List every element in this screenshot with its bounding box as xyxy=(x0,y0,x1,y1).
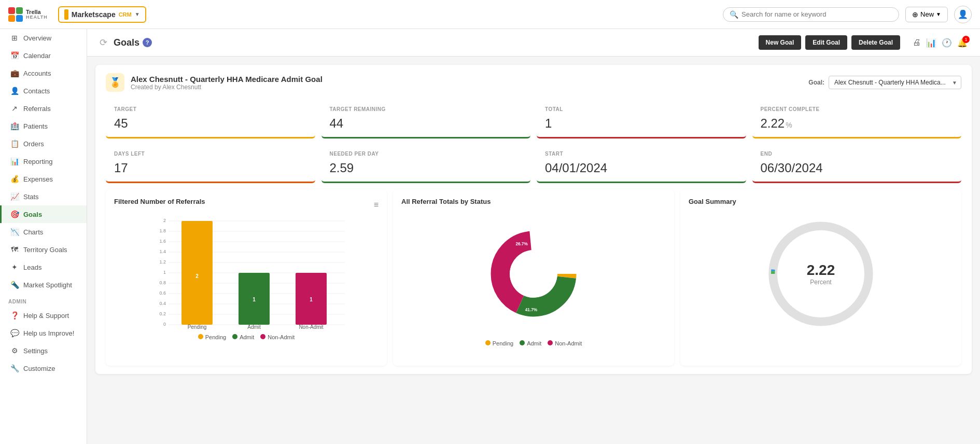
sidebar-item-charts[interactable]: 📉Charts xyxy=(0,223,87,241)
sidebar-label-calendar: Calendar xyxy=(23,52,51,60)
svg-rect-22 xyxy=(181,221,213,325)
sidebar-item-accounts[interactable]: 💼Accounts xyxy=(0,64,87,82)
svg-text:Admit: Admit xyxy=(247,324,261,330)
chart-menu-icon[interactable]: ≡ xyxy=(374,200,379,210)
stat-card-needed-per-day: NEEDED PER DAY 2.59 xyxy=(321,145,531,183)
sidebar-item-reporting[interactable]: 📊Reporting xyxy=(0,152,87,170)
new-chevron: ▼ xyxy=(936,11,941,17)
sidebar-item-settings[interactable]: ⚙Settings xyxy=(0,342,87,359)
svg-text:1.8: 1.8 xyxy=(159,228,166,233)
stat-label-0: TARGET xyxy=(114,106,307,112)
sidebar: ⊞Overview📅Calendar💼Accounts👤Contacts↗Ref… xyxy=(0,29,87,444)
stat-card-total: TOTAL 1 xyxy=(537,100,746,138)
goal-subtitle: Created by Alex Chesnutt xyxy=(131,84,323,91)
sidebar-item-goals[interactable]: 🎯Goals xyxy=(0,205,87,223)
svg-text:0: 0 xyxy=(163,322,166,327)
sidebar-item-stats[interactable]: 📈Stats xyxy=(0,188,87,205)
export-button[interactable]: 📊 xyxy=(926,38,936,48)
stats-icon: 📈 xyxy=(10,192,19,201)
crm-badge: CRM xyxy=(119,11,132,18)
notification-button[interactable]: 🔔 1 xyxy=(957,38,968,48)
sidebar-item-help-improve[interactable]: 💬Help us Improve! xyxy=(0,324,87,342)
sidebar-item-help-support[interactable]: ❓Help & Support xyxy=(0,307,87,324)
content-area: ⟳ Goals ? New Goal Edit Goal Delete Goal… xyxy=(87,29,980,444)
donut-chart-legend: Pending Admit Non-Admit xyxy=(401,340,666,346)
stat-value-row2-3: 06/30/2024 xyxy=(761,161,954,175)
stat-card-target-remaining: TARGET REMAINING 44 xyxy=(321,100,531,138)
goal-card-header: 🏅 Alex Chesnutt - Quarterly HHA Medicare… xyxy=(106,73,961,92)
bar-chart-svg: 0 0.2 0.4 0.6 0.8 1 1.2 1.4 1.6 1.8 2 xyxy=(114,216,379,330)
logo-icon xyxy=(8,7,23,22)
app-selector-chevron: ▼ xyxy=(135,11,140,17)
svg-text:1: 1 xyxy=(163,270,166,275)
charts-icon: 📉 xyxy=(10,227,19,237)
sidebar-item-patients[interactable]: 🏥Patients xyxy=(0,117,87,135)
sidebar-label-market-spotlight: Market Spotlight xyxy=(23,281,72,289)
user-button[interactable]: 👤 xyxy=(954,6,972,23)
app-selector[interactable]: Marketscape CRM ▼ xyxy=(58,6,146,23)
help-support-icon: ❓ xyxy=(10,311,19,320)
svg-text:1: 1 xyxy=(310,297,313,302)
stat-card-days-left: DAYS LEFT 17 xyxy=(106,145,315,183)
bar-chart-area: 0 0.2 0.4 0.6 0.8 1 1.2 1.4 1.6 1.8 2 xyxy=(114,216,379,330)
user-icon: 👤 xyxy=(958,9,968,19)
new-goal-button[interactable]: New Goal xyxy=(759,35,802,50)
sidebar-label-leads: Leads xyxy=(23,263,41,271)
donut-chart-svg: 26.7% 30.0% 41.7% xyxy=(477,217,591,331)
contacts-icon: 👤 xyxy=(10,86,19,95)
charts-grid: Filtered Number of Referrals ≡ xyxy=(106,189,961,366)
new-button[interactable]: ⊕ New ▼ xyxy=(905,7,948,22)
help-badge[interactable]: ? xyxy=(143,38,152,47)
sidebar-label-territory-goals: Territory Goals xyxy=(23,246,67,254)
sidebar-label-patients: Patients xyxy=(23,122,48,130)
gauge-center: 2.22 Percent xyxy=(807,262,835,286)
loading-spinner: ⟳ xyxy=(100,37,107,48)
stat-value-1: 44 xyxy=(330,116,523,131)
logo-text-trella: Trella xyxy=(26,9,48,15)
search-input[interactable] xyxy=(741,10,892,18)
delete-goal-button[interactable]: Delete Goal xyxy=(851,35,900,50)
svg-text:2: 2 xyxy=(163,218,166,223)
svg-text:0.8: 0.8 xyxy=(159,280,166,285)
sidebar-item-territory-goals[interactable]: 🗺Territory Goals xyxy=(0,241,87,258)
goal-icon: 🏅 xyxy=(106,73,124,92)
sidebar-item-referrals[interactable]: ↗Referrals xyxy=(0,100,87,117)
svg-text:30.0%: 30.0% xyxy=(554,261,566,266)
history-button[interactable]: 🕐 xyxy=(942,38,952,48)
sidebar-item-expenses[interactable]: 💰Expenses xyxy=(0,170,87,188)
bar-chart-title: Filtered Number of Referrals xyxy=(114,198,205,205)
sidebar-item-overview[interactable]: ⊞Overview xyxy=(0,29,87,47)
sidebar-label-accounts: Accounts xyxy=(23,70,51,77)
stat-value-row2-1: 2.59 xyxy=(330,161,523,175)
edit-goal-button[interactable]: Edit Goal xyxy=(805,35,847,50)
goal-selector-wrapper: Alex Chesnutt - Quarterly HHA Medica... xyxy=(829,76,961,89)
sidebar-item-customize[interactable]: 🔧Customize xyxy=(0,359,87,377)
sidebar-item-contacts[interactable]: 👤Contacts xyxy=(0,82,87,100)
accounts-icon: 💼 xyxy=(10,68,19,78)
sidebar-item-orders[interactable]: 📋Orders xyxy=(0,135,87,152)
overview-icon: ⊞ xyxy=(10,33,19,43)
print-button[interactable]: 🖨 xyxy=(913,38,921,47)
donut-legend-pending: Pending xyxy=(485,340,513,346)
bar-chart-legend: Pending Admit Non-Admit xyxy=(114,334,379,340)
gauge-chart-card: Goal Summary 2.22 Percent xyxy=(680,189,961,366)
sidebar-label-referrals: Referrals xyxy=(23,105,51,113)
stat-label-row2-1: NEEDED PER DAY xyxy=(330,151,523,157)
sidebar-item-leads[interactable]: ✦Leads xyxy=(0,258,87,276)
stat-label-row2-3: END xyxy=(761,151,954,157)
goal-selector-label: Goal: xyxy=(808,79,824,86)
stat-card-target: TARGET 45 xyxy=(106,100,315,138)
goals-title: Goals ? xyxy=(114,37,152,48)
app-selector-bar xyxy=(64,9,68,20)
sidebar-item-calendar[interactable]: 📅Calendar xyxy=(0,47,87,64)
stat-value-0: 45 xyxy=(114,116,307,131)
stat-value-2: 1 xyxy=(545,116,738,131)
help-improve-icon: 💬 xyxy=(10,328,19,338)
goal-selector-dropdown[interactable]: Alex Chesnutt - Quarterly HHA Medica... xyxy=(829,76,961,89)
gauge-area: 2.22 Percent xyxy=(689,212,953,336)
goal-card: 🏅 Alex Chesnutt - Quarterly HHA Medicare… xyxy=(95,65,972,374)
svg-text:1: 1 xyxy=(253,297,256,302)
donut-chart-card: All Referral Totals by Status 26.7% xyxy=(393,189,674,366)
sidebar-item-market-spotlight[interactable]: 🔦Market Spotlight xyxy=(0,276,87,294)
patients-icon: 🏥 xyxy=(10,121,19,131)
